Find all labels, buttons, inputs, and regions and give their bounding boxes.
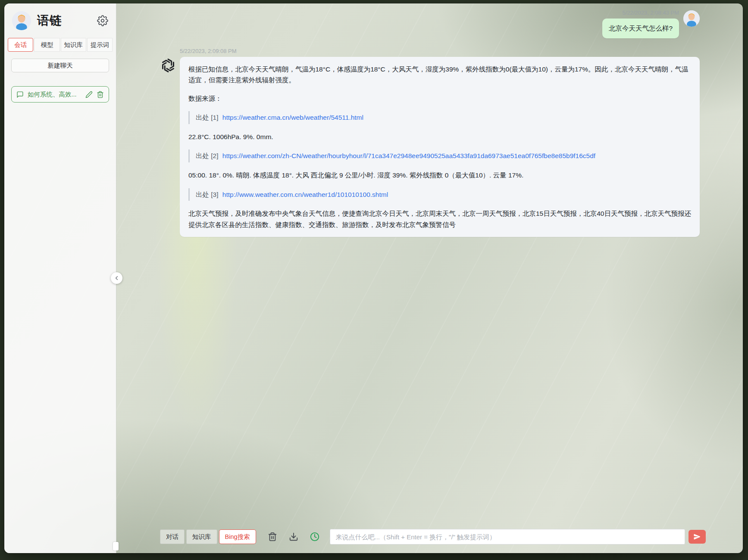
user-message-avatar <box>683 10 700 27</box>
sidebar-header: 语链 <box>4 3 116 34</box>
message-input[interactable] <box>330 529 685 544</box>
citation-2-link[interactable]: https://weather.com/zh-CN/weather/hourby… <box>222 152 595 159</box>
sidebar: 语链 会话 模型 知识库 提示词 新建聊天 如何系统、高效... <box>4 3 116 553</box>
user-message-timestamp: 5/22/2023, 2:08:43 PM <box>622 9 679 16</box>
history-clock-icon[interactable] <box>310 532 319 541</box>
user-avatar[interactable] <box>12 11 31 30</box>
sidebar-resize-handle[interactable] <box>113 542 119 551</box>
sources-label: 数据来源： <box>188 93 691 104</box>
download-icon[interactable] <box>289 532 298 541</box>
snippet-2: 05:00. 18°. 0%. 晴朗. 体感温度 18°. 大风 西北偏北 9 … <box>188 170 691 181</box>
send-plane-icon <box>693 533 701 541</box>
tab-knowledge-base[interactable]: 知识库 <box>61 38 86 52</box>
clear-messages-trash-icon[interactable] <box>268 532 277 541</box>
user-message-bubble: 北京今天天气怎么样? <box>602 19 679 38</box>
citation-3: 出处 [3] http://www.weather.com.cn/weather… <box>188 188 691 201</box>
mode-button-knowledge-base[interactable]: 知识库 <box>186 529 217 544</box>
new-chat-button[interactable]: 新建聊天 <box>11 59 109 72</box>
citation-3-link[interactable]: http://www.weather.com.cn/weather1d/1010… <box>222 191 388 198</box>
gear-icon[interactable] <box>97 15 108 26</box>
app-window: 语链 会话 模型 知识库 提示词 新建聊天 如何系统、高效... <box>4 3 743 553</box>
openai-logo-icon <box>160 57 176 74</box>
send-button[interactable] <box>689 530 706 544</box>
app-title: 语链 <box>37 12 91 29</box>
citation-3-prefix: 出处 [3] <box>196 191 219 198</box>
edit-icon[interactable] <box>85 91 93 98</box>
chat-list-item[interactable]: 如何系统、高效... <box>11 86 109 103</box>
sidebar-tabs: 会话 模型 知识库 提示词 <box>8 38 113 52</box>
citation-1-link[interactable]: https://weather.cma.cn/web/weather/54511… <box>222 114 363 121</box>
composer-bar: 对话 知识库 Bing搜索 <box>160 528 706 545</box>
assistant-message-bubble: 根据已知信息，北京今天天气晴朗，气温为18°C，体感温度为18°C，大风天气，湿… <box>180 57 700 237</box>
assistant-message-timestamp: 5/22/2023, 2:09:08 PM <box>180 48 700 54</box>
chat-main: 5/22/2023, 2:08:43 PM 北京今天天气怎么样? <box>117 3 743 553</box>
citation-2: 出处 [2] https://weather.com/zh-CN/weather… <box>188 149 691 162</box>
chat-item-title: 如何系统、高效... <box>28 90 81 99</box>
user-message-row: 5/22/2023, 2:08:43 PM 北京今天天气怎么样? <box>160 9 700 38</box>
delete-chat-icon[interactable] <box>97 91 104 98</box>
citation-1-prefix: 出处 [1] <box>196 114 219 121</box>
tab-models[interactable]: 模型 <box>34 38 59 52</box>
citation-2-prefix: 出处 [2] <box>196 152 219 159</box>
mode-button-bing-search[interactable]: Bing搜索 <box>219 529 256 544</box>
collapse-sidebar-button[interactable] <box>111 272 122 284</box>
assistant-outro-paragraph: 北京天气预报，及时准确发布中央气象台天气信息，便捷查询北京今日天气，北京周末天气… <box>188 208 691 230</box>
tab-prompts[interactable]: 提示词 <box>87 38 113 52</box>
chat-bubble-icon <box>16 91 24 98</box>
citation-1: 出处 [1] https://weather.cma.cn/web/weathe… <box>188 111 691 124</box>
chevron-left-icon <box>113 275 120 281</box>
mode-button-chat[interactable]: 对话 <box>160 529 185 544</box>
assistant-intro-paragraph: 根据已知信息，北京今天天气晴朗，气温为18°C，体感温度为18°C，大风天气，湿… <box>188 64 691 86</box>
assistant-message-row: 5/22/2023, 2:09:08 PM 根据已知信息，北京今天天气晴朗，气温… <box>160 48 700 237</box>
message-list[interactable]: 5/22/2023, 2:08:43 PM 北京今天天气怎么样? <box>117 3 743 520</box>
snippet-1: 22.8°C. 1006hPa. 9%. 0mm. <box>188 131 691 143</box>
tab-conversations[interactable]: 会话 <box>8 38 33 52</box>
